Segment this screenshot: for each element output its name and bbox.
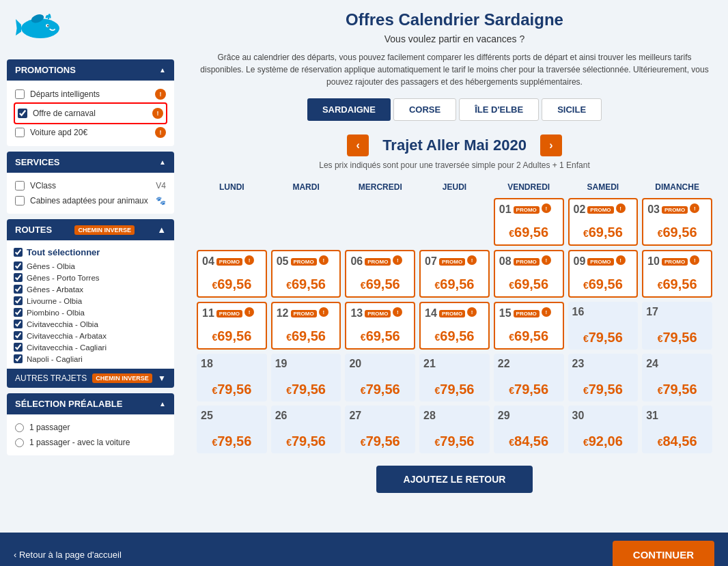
promo-item-carnaval[interactable]: Offre de carnaval ! [16, 105, 165, 122]
cal-cell-30[interactable]: 30€92,06 [568, 406, 639, 453]
route-genes-olbia[interactable]: Gênes - Olbia [14, 260, 167, 272]
route-napoli-cagliari[interactable]: Napoli - Cagliari [14, 353, 167, 365]
table-row[interactable]: 03PROMO!€69,56 [640, 196, 714, 248]
promo-checkbox-carnaval[interactable] [18, 109, 27, 118]
table-row[interactable]: 13PROMO!€69,56 [343, 300, 417, 352]
table-row[interactable]: 02PROMO!€69,56 [566, 196, 641, 248]
add-return-button[interactable]: AJOUTEZ LE RETOUR [376, 466, 533, 493]
selection-radio-2[interactable] [15, 438, 24, 447]
routes-select-all[interactable]: Tout sélectionner [14, 244, 167, 260]
cal-cell-18[interactable]: 18€79,56 [197, 354, 267, 401]
route-civitavecchia-olbia[interactable]: Civitavecchia - Olbia [14, 318, 167, 330]
cal-cell-01[interactable]: 01PROMO!€69,56 [494, 198, 564, 246]
table-row[interactable]: 08PROMO!€69,56 [492, 248, 566, 300]
table-row[interactable]: 10PROMO!€69,56 [640, 248, 714, 300]
cal-cell-04[interactable]: 04PROMO!€69,56 [197, 250, 267, 298]
promo-checkbox-departs[interactable] [15, 89, 25, 99]
service-item-vclass[interactable]: VClass V4 [14, 178, 167, 193]
table-row[interactable]: 17€79,56 [640, 300, 714, 352]
continuer-button[interactable]: CONTINUER [613, 541, 714, 566]
table-row[interactable]: 04PROMO!€69,56 [195, 248, 269, 300]
route-checkbox-civitavecchia-cagliari[interactable] [14, 343, 23, 352]
selection-1-passager-voiture[interactable]: 1 passager - avec la voiture [14, 435, 167, 450]
route-checkbox-civitavecchia-olbia[interactable] [14, 320, 23, 328]
cal-cell-17[interactable]: 17€79,56 [642, 302, 712, 350]
route-checkbox-civitavecchia-arbatax[interactable] [14, 331, 23, 340]
table-row[interactable]: 19€79,56 [269, 352, 344, 404]
table-row[interactable]: 01PROMO!€69,56 [492, 196, 566, 248]
table-row[interactable]: 22€79,56 [492, 352, 566, 404]
cal-cell-05[interactable]: 05PROMO!€69,56 [271, 250, 341, 298]
table-row[interactable]: 11PROMO!€69,56 [195, 300, 269, 352]
route-checkbox-genes-arbatax[interactable] [14, 285, 23, 294]
cal-cell-27[interactable]: 27€79,56 [345, 406, 415, 453]
table-row[interactable]: 14PROMO!€69,56 [417, 300, 492, 352]
cal-cell-13[interactable]: 13PROMO!€69,56 [345, 302, 415, 350]
route-checkbox-genes-porto[interactable] [14, 273, 23, 282]
cal-cell-26[interactable]: 26€79,56 [271, 406, 341, 453]
route-livourne-olbia[interactable]: Livourne - Olbia [14, 295, 167, 307]
promo-item-voiture[interactable]: Voiture apd 20€ ! [14, 124, 167, 141]
table-row[interactable]: 16€79,56 [566, 300, 641, 352]
cal-cell-09[interactable]: 09PROMO!€69,56 [568, 250, 639, 298]
cal-cell-29[interactable]: 29€84,56 [494, 406, 564, 453]
cal-cell-28[interactable]: 28€79,56 [419, 406, 490, 453]
table-row[interactable]: 18€79,56 [195, 352, 269, 404]
table-row[interactable]: 29€84,56 [492, 404, 566, 455]
table-row[interactable]: 26€79,56 [269, 404, 344, 455]
tab-ile-elbe[interactable]: ÎLE D'ELBE [459, 98, 539, 121]
cal-cell-06[interactable]: 06PROMO!€69,56 [345, 250, 415, 298]
route-checkbox-napoli[interactable] [14, 354, 23, 363]
cal-cell-02[interactable]: 02PROMO!€69,56 [568, 198, 639, 246]
table-row[interactable]: 15PROMO!€69,56 [492, 300, 566, 352]
cal-cell-21[interactable]: 21€79,56 [419, 354, 490, 401]
cal-cell-07[interactable]: 07PROMO!€69,56 [419, 250, 490, 298]
table-row[interactable]: 05PROMO!€69,56 [269, 248, 344, 300]
routes-select-all-checkbox[interactable] [14, 248, 23, 257]
tab-corse[interactable]: CORSE [393, 98, 456, 121]
autres-trajets-bar[interactable]: AUTRES TRAJETS CHEMIN INVERSE ▼ [7, 369, 174, 388]
route-checkbox-piombino[interactable] [14, 308, 23, 317]
table-row[interactable]: 25€79,56 [195, 404, 269, 455]
cal-cell-10[interactable]: 10PROMO!€69,56 [642, 250, 712, 298]
cal-prev-button[interactable]: ‹ [347, 135, 369, 156]
route-civitavecchia-arbatax[interactable]: Civitavecchia - Arbatax [14, 330, 167, 341]
selection-radio-1[interactable] [15, 423, 24, 432]
table-row[interactable]: 30€92,06 [566, 404, 641, 455]
table-row[interactable]: 07PROMO!€69,56 [417, 248, 492, 300]
back-link[interactable]: ‹ Retour à la page d'accueil [14, 550, 122, 560]
table-row[interactable]: 21€79,56 [417, 352, 492, 404]
table-row[interactable]: 12PROMO!€69,56 [269, 300, 344, 352]
route-civitavecchia-cagliari[interactable]: Civitavecchia - Cagliari [14, 341, 167, 353]
cal-cell-22[interactable]: 22€79,56 [494, 354, 564, 401]
promo-checkbox-voiture[interactable] [15, 128, 25, 137]
route-checkbox-livourne[interactable] [14, 296, 23, 305]
cal-cell-31[interactable]: 31€84,56 [642, 406, 712, 453]
cal-cell-15[interactable]: 15PROMO!€69,56 [494, 302, 564, 350]
selection-1-passager[interactable]: 1 passager [14, 420, 167, 435]
cal-cell-16[interactable]: 16€79,56 [568, 302, 639, 350]
cal-cell-25[interactable]: 25€79,56 [197, 406, 267, 453]
route-checkbox-genes-olbia[interactable] [14, 261, 23, 270]
service-checkbox-vclass[interactable] [15, 181, 25, 190]
cal-cell-08[interactable]: 08PROMO!€69,56 [494, 250, 564, 298]
cal-cell-24[interactable]: 24€79,56 [642, 354, 712, 401]
cal-next-button[interactable]: › [540, 135, 562, 156]
cal-cell-23[interactable]: 23€79,56 [568, 354, 639, 401]
service-item-animaux[interactable]: Cabines adaptées pour animaux 🐾 [14, 193, 167, 208]
cal-cell-12[interactable]: 12PROMO!€69,56 [271, 302, 341, 350]
table-row[interactable]: 31€84,56 [640, 404, 714, 455]
cal-cell-11[interactable]: 11PROMO!€69,56 [197, 302, 267, 350]
table-row[interactable]: 24€79,56 [640, 352, 714, 404]
table-row[interactable]: 06PROMO!€69,56 [343, 248, 417, 300]
table-row[interactable]: 20€79,56 [343, 352, 417, 404]
service-checkbox-animaux[interactable] [15, 196, 25, 206]
table-row[interactable]: 27€79,56 [343, 404, 417, 455]
tab-sicile[interactable]: SICILE [542, 98, 602, 121]
route-piombino-olbia[interactable]: Piombino - Olbia [14, 307, 167, 318]
table-row[interactable]: 23€79,56 [566, 352, 641, 404]
table-row[interactable]: 09PROMO!€69,56 [566, 248, 641, 300]
cal-cell-20[interactable]: 20€79,56 [345, 354, 415, 401]
table-row[interactable]: 28€79,56 [417, 404, 492, 455]
route-genes-porto-torres[interactable]: Gênes - Porto Torres [14, 272, 167, 283]
